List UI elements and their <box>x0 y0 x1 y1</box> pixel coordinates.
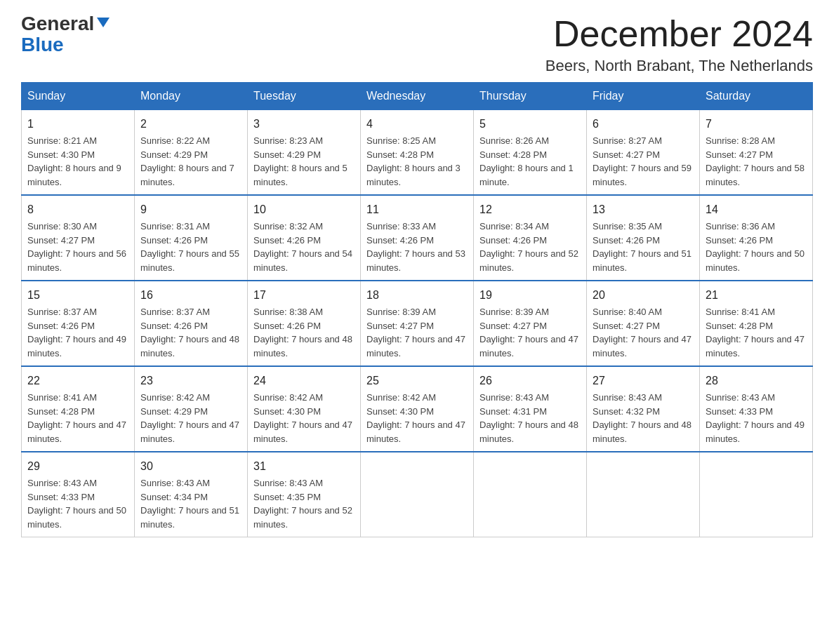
column-header-saturday: Saturday <box>700 83 813 110</box>
calendar-cell: 26Sunrise: 8:43 AMSunset: 4:31 PMDayligh… <box>474 366 587 452</box>
day-number: 13 <box>593 201 694 218</box>
svg-marker-0 <box>97 18 110 27</box>
calendar-cell: 28Sunrise: 8:43 AMSunset: 4:33 PMDayligh… <box>700 366 813 452</box>
column-header-sunday: Sunday <box>22 83 135 110</box>
day-info: Sunrise: 8:37 AMSunset: 4:26 PMDaylight:… <box>140 307 239 358</box>
calendar-cell: 14Sunrise: 8:36 AMSunset: 4:26 PMDayligh… <box>700 195 813 281</box>
calendar-cell: 27Sunrise: 8:43 AMSunset: 4:32 PMDayligh… <box>587 366 700 452</box>
calendar-cell: 22Sunrise: 8:41 AMSunset: 4:28 PMDayligh… <box>22 366 135 452</box>
calendar-cell <box>587 452 700 537</box>
day-info: Sunrise: 8:43 AMSunset: 4:34 PMDaylight:… <box>140 478 239 530</box>
day-info: Sunrise: 8:35 AMSunset: 4:26 PMDaylight:… <box>593 221 691 273</box>
calendar-cell: 19Sunrise: 8:39 AMSunset: 4:27 PMDayligh… <box>474 281 587 366</box>
logo-blue: Blue <box>21 34 64 56</box>
calendar-cell: 5Sunrise: 8:26 AMSunset: 4:28 PMDaylight… <box>474 110 587 196</box>
day-number: 21 <box>706 287 807 304</box>
week-row-3: 15Sunrise: 8:37 AMSunset: 4:26 PMDayligh… <box>22 281 813 366</box>
logo-general: General <box>21 14 94 34</box>
day-number: 3 <box>253 116 355 133</box>
day-info: Sunrise: 8:32 AMSunset: 4:26 PMDaylight:… <box>253 221 352 273</box>
calendar-cell: 12Sunrise: 8:34 AMSunset: 4:26 PMDayligh… <box>474 195 587 281</box>
column-header-friday: Friday <box>587 83 700 110</box>
calendar-cell: 3Sunrise: 8:23 AMSunset: 4:29 PMDaylight… <box>248 110 361 196</box>
calendar-cell: 9Sunrise: 8:31 AMSunset: 4:26 PMDaylight… <box>135 195 248 281</box>
day-number: 22 <box>27 373 128 389</box>
calendar-cell: 6Sunrise: 8:27 AMSunset: 4:27 PMDaylight… <box>587 110 700 196</box>
calendar-cell: 21Sunrise: 8:41 AMSunset: 4:28 PMDayligh… <box>700 281 813 366</box>
week-row-4: 22Sunrise: 8:41 AMSunset: 4:28 PMDayligh… <box>22 366 813 452</box>
calendar-cell: 10Sunrise: 8:32 AMSunset: 4:26 PMDayligh… <box>248 195 361 281</box>
day-number: 5 <box>479 116 581 133</box>
day-info: Sunrise: 8:42 AMSunset: 4:30 PMDaylight:… <box>366 392 465 444</box>
calendar-cell: 11Sunrise: 8:33 AMSunset: 4:26 PMDayligh… <box>361 195 474 281</box>
day-number: 12 <box>479 201 581 218</box>
day-info: Sunrise: 8:22 AMSunset: 4:29 PMDaylight:… <box>140 135 234 187</box>
week-row-1: 1Sunrise: 8:21 AMSunset: 4:30 PMDaylight… <box>22 110 813 196</box>
day-info: Sunrise: 8:41 AMSunset: 4:28 PMDaylight:… <box>27 392 126 444</box>
day-number: 24 <box>253 373 355 389</box>
day-number: 6 <box>593 116 694 133</box>
calendar-cell: 13Sunrise: 8:35 AMSunset: 4:26 PMDayligh… <box>587 195 700 281</box>
day-number: 30 <box>140 458 241 475</box>
day-number: 23 <box>140 373 241 389</box>
calendar-cell <box>361 452 474 537</box>
calendar-cell: 4Sunrise: 8:25 AMSunset: 4:28 PMDaylight… <box>361 110 474 196</box>
day-number: 25 <box>366 373 468 389</box>
calendar-cell: 30Sunrise: 8:43 AMSunset: 4:34 PMDayligh… <box>135 452 248 537</box>
day-info: Sunrise: 8:43 AMSunset: 4:35 PMDaylight:… <box>253 478 352 530</box>
calendar-cell: 17Sunrise: 8:38 AMSunset: 4:26 PMDayligh… <box>248 281 361 366</box>
day-number: 7 <box>706 116 807 133</box>
day-number: 29 <box>27 458 128 475</box>
day-number: 19 <box>479 287 581 304</box>
day-number: 4 <box>366 116 468 133</box>
column-header-thursday: Thursday <box>474 83 587 110</box>
day-number: 16 <box>140 287 241 304</box>
day-number: 17 <box>253 287 355 304</box>
calendar-cell <box>700 452 813 537</box>
week-row-5: 29Sunrise: 8:43 AMSunset: 4:33 PMDayligh… <box>22 452 813 537</box>
day-number: 10 <box>253 201 355 218</box>
calendar-cell: 25Sunrise: 8:42 AMSunset: 4:30 PMDayligh… <box>361 366 474 452</box>
logo: General Blue <box>21 14 111 56</box>
day-info: Sunrise: 8:23 AMSunset: 4:29 PMDaylight:… <box>253 135 348 187</box>
day-info: Sunrise: 8:39 AMSunset: 4:27 PMDaylight:… <box>366 307 465 358</box>
calendar-cell: 23Sunrise: 8:42 AMSunset: 4:29 PMDayligh… <box>135 366 248 452</box>
week-row-2: 8Sunrise: 8:30 AMSunset: 4:27 PMDaylight… <box>22 195 813 281</box>
day-info: Sunrise: 8:39 AMSunset: 4:27 PMDaylight:… <box>479 307 578 358</box>
column-header-tuesday: Tuesday <box>248 83 361 110</box>
calendar-cell: 8Sunrise: 8:30 AMSunset: 4:27 PMDaylight… <box>22 195 135 281</box>
day-info: Sunrise: 8:33 AMSunset: 4:26 PMDaylight:… <box>366 221 465 273</box>
day-info: Sunrise: 8:43 AMSunset: 4:33 PMDaylight:… <box>706 392 805 444</box>
logo-triangle-icon <box>95 15 111 30</box>
calendar-cell: 18Sunrise: 8:39 AMSunset: 4:27 PMDayligh… <box>361 281 474 366</box>
day-headers-row: SundayMondayTuesdayWednesdayThursdayFrid… <box>22 83 813 110</box>
day-number: 26 <box>479 373 581 389</box>
column-header-monday: Monday <box>135 83 248 110</box>
calendar-cell: 16Sunrise: 8:37 AMSunset: 4:26 PMDayligh… <box>135 281 248 366</box>
calendar-cell: 20Sunrise: 8:40 AMSunset: 4:27 PMDayligh… <box>587 281 700 366</box>
day-number: 27 <box>593 373 694 389</box>
day-number: 28 <box>706 373 807 389</box>
day-number: 9 <box>140 201 241 218</box>
day-info: Sunrise: 8:40 AMSunset: 4:27 PMDaylight:… <box>593 307 691 358</box>
column-header-wednesday: Wednesday <box>361 83 474 110</box>
page-header: General Blue December 2024 Beers, North … <box>21 14 813 75</box>
day-info: Sunrise: 8:34 AMSunset: 4:26 PMDaylight:… <box>479 221 578 273</box>
day-info: Sunrise: 8:41 AMSunset: 4:28 PMDaylight:… <box>706 307 805 358</box>
day-info: Sunrise: 8:43 AMSunset: 4:32 PMDaylight:… <box>593 392 691 444</box>
calendar-cell: 24Sunrise: 8:42 AMSunset: 4:30 PMDayligh… <box>248 366 361 452</box>
calendar-title: December 2024 <box>545 14 813 54</box>
calendar-cell: 2Sunrise: 8:22 AMSunset: 4:29 PMDaylight… <box>135 110 248 196</box>
day-number: 1 <box>27 116 128 133</box>
day-info: Sunrise: 8:38 AMSunset: 4:26 PMDaylight:… <box>253 307 352 358</box>
calendar-table: SundayMondayTuesdayWednesdayThursdayFrid… <box>21 82 813 537</box>
day-number: 20 <box>593 287 694 304</box>
calendar-cell: 29Sunrise: 8:43 AMSunset: 4:33 PMDayligh… <box>22 452 135 537</box>
day-number: 2 <box>140 116 241 133</box>
title-section: December 2024 Beers, North Brabant, The … <box>545 14 813 75</box>
day-info: Sunrise: 8:42 AMSunset: 4:29 PMDaylight:… <box>140 392 239 444</box>
calendar-cell: 7Sunrise: 8:28 AMSunset: 4:27 PMDaylight… <box>700 110 813 196</box>
day-info: Sunrise: 8:21 AMSunset: 4:30 PMDaylight:… <box>27 135 121 187</box>
calendar-cell: 31Sunrise: 8:43 AMSunset: 4:35 PMDayligh… <box>248 452 361 537</box>
day-info: Sunrise: 8:37 AMSunset: 4:26 PMDaylight:… <box>27 307 126 358</box>
